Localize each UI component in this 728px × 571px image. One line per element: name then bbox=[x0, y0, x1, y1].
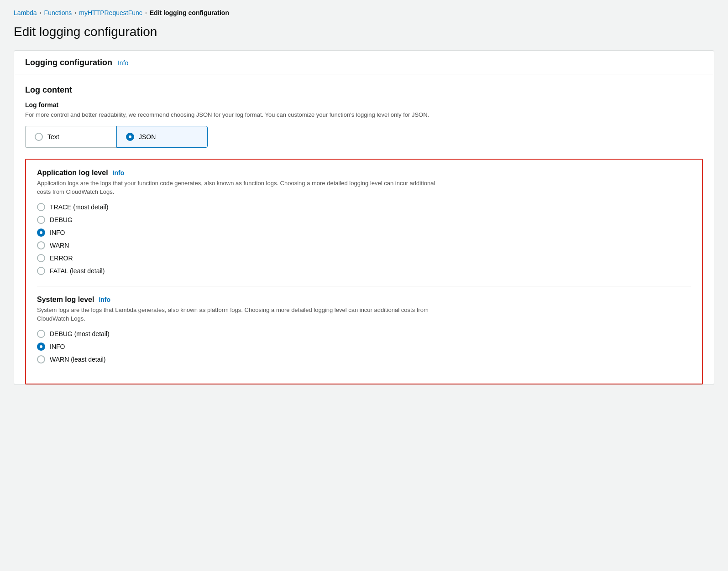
page-wrapper: Lambda › Functions › myHTTPRequestFunc ›… bbox=[0, 0, 728, 403]
log-format-desc: For more control and better readability,… bbox=[25, 110, 703, 119]
sys-log-warn-radio bbox=[37, 355, 45, 363]
app-log-warn-label: WARN bbox=[50, 242, 69, 249]
app-log-debug-label: DEBUG bbox=[50, 216, 73, 223]
log-format-json-label: JSON bbox=[139, 133, 156, 140]
application-log-level-info-link[interactable]: Info bbox=[113, 169, 125, 176]
card-body: Log content Log format For more control … bbox=[14, 74, 714, 384]
app-log-error-label: ERROR bbox=[50, 254, 73, 262]
breadcrumb-function-name[interactable]: myHTTPRequestFunc bbox=[79, 9, 142, 16]
page-title: Edit logging configuration bbox=[14, 25, 714, 39]
application-log-level-title: Application log level Info bbox=[37, 169, 691, 177]
system-log-level-info-link[interactable]: Info bbox=[99, 296, 110, 303]
system-log-level-section: System log level Info System logs are th… bbox=[37, 296, 691, 363]
sys-log-debug-radio bbox=[37, 330, 45, 338]
app-log-info-radio bbox=[37, 228, 45, 237]
system-log-level-title: System log level Info bbox=[37, 296, 691, 304]
app-log-info-option[interactable]: INFO bbox=[37, 228, 691, 237]
app-log-info-label: INFO bbox=[50, 229, 65, 236]
log-format-field: Log format For more control and better r… bbox=[25, 101, 703, 148]
app-log-trace-option[interactable]: TRACE (most detail) bbox=[37, 203, 691, 211]
log-format-text-radio bbox=[35, 133, 43, 141]
app-log-trace-label: TRACE (most detail) bbox=[50, 203, 108, 211]
sys-log-debug-label: DEBUG (most detail) bbox=[50, 330, 110, 337]
log-format-json-option[interactable]: JSON bbox=[116, 126, 208, 148]
breadcrumb-sep-3: › bbox=[145, 10, 147, 16]
breadcrumb-functions[interactable]: Functions bbox=[44, 9, 72, 16]
breadcrumb: Lambda › Functions › myHTTPRequestFunc ›… bbox=[14, 9, 714, 16]
app-log-error-radio bbox=[37, 254, 45, 262]
sys-log-info-option[interactable]: INFO bbox=[37, 343, 691, 351]
card-header-title: Logging configuration bbox=[25, 58, 112, 67]
log-format-options: Text JSON bbox=[25, 126, 703, 148]
app-log-debug-option[interactable]: DEBUG bbox=[37, 216, 691, 224]
application-log-level-section: Application log level Info Application l… bbox=[37, 169, 691, 275]
app-log-error-option[interactable]: ERROR bbox=[37, 254, 691, 262]
logging-configuration-card: Logging configuration Info Log content L… bbox=[14, 50, 714, 385]
app-log-warn-option[interactable]: WARN bbox=[37, 241, 691, 249]
app-log-fatal-option[interactable]: FATAL (least detail) bbox=[37, 267, 691, 275]
log-format-text-label: Text bbox=[47, 133, 59, 140]
log-format-text-option[interactable]: Text bbox=[25, 126, 116, 148]
sys-log-warn-option[interactable]: WARN (least detail) bbox=[37, 355, 691, 363]
card-header-info-link[interactable]: Info bbox=[118, 59, 128, 67]
breadcrumb-sep-2: › bbox=[74, 10, 76, 16]
application-log-level-desc: Application logs are the logs that your … bbox=[37, 179, 448, 197]
app-log-trace-radio bbox=[37, 203, 45, 211]
section-divider bbox=[37, 286, 691, 286]
app-log-fatal-label: FATAL (least detail) bbox=[50, 267, 105, 275]
sys-log-info-label: INFO bbox=[50, 343, 65, 350]
sys-log-info-radio bbox=[37, 343, 45, 351]
app-log-fatal-radio bbox=[37, 267, 45, 275]
system-log-level-desc: System logs are the logs that Lambda gen… bbox=[37, 306, 448, 323]
app-log-warn-radio bbox=[37, 241, 45, 249]
breadcrumb-current: Edit logging configuration bbox=[150, 9, 229, 16]
sys-log-warn-label: WARN (least detail) bbox=[50, 356, 105, 363]
log-content-title: Log content bbox=[25, 85, 703, 95]
sys-log-debug-option[interactable]: DEBUG (most detail) bbox=[37, 330, 691, 338]
system-log-level-options: DEBUG (most detail) INFO WARN (least det… bbox=[37, 330, 691, 363]
highlighted-section: Application log level Info Application l… bbox=[25, 159, 703, 384]
breadcrumb-sep-1: › bbox=[40, 10, 42, 16]
breadcrumb-lambda[interactable]: Lambda bbox=[14, 9, 37, 16]
app-log-debug-radio bbox=[37, 216, 45, 224]
log-content-section: Log content Log format For more control … bbox=[25, 85, 703, 148]
log-format-label: Log format bbox=[25, 101, 703, 109]
card-header: Logging configuration Info bbox=[14, 51, 714, 74]
log-format-json-radio bbox=[126, 133, 134, 141]
application-log-level-options: TRACE (most detail) DEBUG INFO WARN bbox=[37, 203, 691, 275]
